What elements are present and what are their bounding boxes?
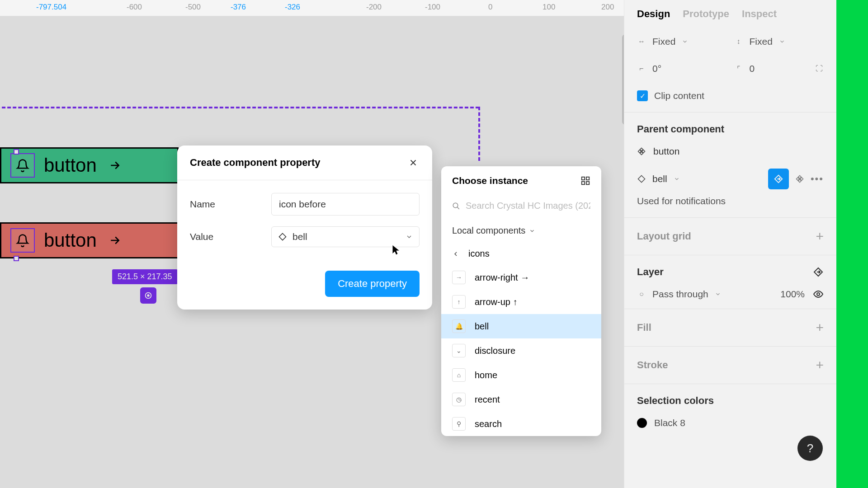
selection-colors-heading: Selection colors xyxy=(637,384,824,410)
chevron-down-icon xyxy=(715,291,721,297)
stroke-heading: Stroke xyxy=(637,359,668,371)
value-label: Value xyxy=(190,231,253,242)
grid-view-icon[interactable] xyxy=(580,176,590,186)
name-input[interactable] xyxy=(271,193,420,216)
instance-picker: Choose instance Local components icons →… xyxy=(441,166,601,436)
rotation-value: 0° xyxy=(652,63,661,74)
picker-item[interactable]: ↑arrow-up ↑ xyxy=(441,290,601,314)
horizontal-resize-icon: ↔ xyxy=(637,37,646,46)
fill-heading: Fill xyxy=(637,322,651,333)
rotation-input[interactable]: ⌐ 0° xyxy=(637,63,727,74)
component-source-label: Local components xyxy=(452,225,525,236)
picker-item-label: arrow-right → xyxy=(475,272,529,283)
svg-rect-5 xyxy=(586,182,589,184)
search-icon xyxy=(452,202,460,210)
instance-name: bell xyxy=(652,174,667,184)
tab-prototype[interactable]: Prototype xyxy=(683,8,729,20)
instance-swap-dropdown[interactable]: bell xyxy=(637,174,680,184)
ruler-tick: -326 xyxy=(285,3,300,12)
blend-mode-select[interactable]: ○ Pass through xyxy=(637,289,721,300)
value-select-text: bell xyxy=(292,231,307,242)
window-border xyxy=(836,0,868,488)
opacity-input[interactable]: 100% xyxy=(780,289,805,300)
name-label: Name xyxy=(190,199,253,210)
ruler-tick: 100 xyxy=(542,3,555,12)
ruler-tick: -600 xyxy=(127,3,142,12)
corner-radius-icon: ⌜ xyxy=(734,64,743,73)
component-thumb-icon: ⌂ xyxy=(452,368,466,382)
ruler-tick: -200 xyxy=(366,3,382,12)
diamond-icon xyxy=(637,174,646,183)
picker-item[interactable]: →arrow-right → xyxy=(441,265,601,290)
ruler-tick: -376 xyxy=(231,3,246,12)
color-swatch-icon xyxy=(637,418,647,428)
component-thumb-icon: ↑ xyxy=(452,295,466,309)
picker-item-label: bell xyxy=(475,321,489,332)
create-property-button[interactable]: Create property xyxy=(325,271,420,297)
blend-mode-value: Pass through xyxy=(652,289,708,300)
ruler-tick: -797.504 xyxy=(36,3,66,12)
svg-point-7 xyxy=(817,293,820,296)
mouse-cursor xyxy=(392,244,401,256)
tab-design[interactable]: Design xyxy=(637,8,670,20)
picker-title: Choose instance xyxy=(452,175,528,186)
close-icon xyxy=(408,158,418,168)
picker-item[interactable]: ⌄disclosure xyxy=(441,338,601,363)
parent-component-name: button xyxy=(653,146,679,157)
selection-color-item[interactable]: Black 8 xyxy=(637,410,824,436)
picker-item[interactable]: ⌂home xyxy=(441,363,601,387)
design-panel: Design Prototype Inspect ↔ Fixed ↕ Fixed… xyxy=(624,0,836,488)
instance-swap-icon xyxy=(774,174,783,184)
picker-item-label: recent xyxy=(475,394,500,405)
component-thumb-icon: ◷ xyxy=(452,393,466,406)
width-mode-select[interactable]: ↔ Fixed xyxy=(637,36,727,47)
blend-mode-icon: ○ xyxy=(637,290,646,299)
component-thumb-icon: ⌄ xyxy=(452,344,466,357)
picker-item[interactable]: ◷recent xyxy=(441,387,601,412)
add-stroke-button[interactable]: + xyxy=(816,357,824,373)
ruler[interactable]: -797.504 -600 -500 -376 -326 -200 -100 0… xyxy=(0,0,624,16)
picker-item[interactable]: ⚲search xyxy=(441,412,601,436)
layout-grid-heading: Layout grid xyxy=(637,230,691,242)
svg-rect-2 xyxy=(582,177,585,180)
add-fill-button[interactable]: + xyxy=(816,320,824,335)
svg-point-6 xyxy=(453,203,458,208)
add-layout-grid-button[interactable]: + xyxy=(816,229,824,244)
parent-component-heading: Parent component xyxy=(637,113,824,139)
picker-item-label: search xyxy=(475,419,502,429)
component-thumb-icon: 🔔 xyxy=(452,319,466,333)
tab-inspect[interactable]: Inspect xyxy=(742,8,777,20)
picker-item-label: disclosure xyxy=(475,346,515,356)
chevron-down-icon xyxy=(779,38,785,45)
parent-component-link[interactable]: button xyxy=(637,139,824,164)
angle-icon: ⌐ xyxy=(637,64,646,73)
visibility-icon[interactable] xyxy=(813,289,824,300)
picker-item[interactable]: 🔔bell xyxy=(441,314,601,338)
ruler-tick: -500 xyxy=(185,3,201,12)
more-options-icon[interactable]: ••• xyxy=(811,173,824,185)
radius-value: 0 xyxy=(750,63,755,74)
apply-instance-swap-button[interactable] xyxy=(768,169,789,189)
picker-back-button[interactable]: icons xyxy=(441,242,601,265)
svg-rect-3 xyxy=(586,177,589,180)
height-mode-value: Fixed xyxy=(750,36,773,47)
clip-content-label: Clip content xyxy=(654,90,704,101)
create-property-modal: Create component property Name Value bel… xyxy=(177,145,432,310)
independent-corners-icon[interactable]: ⛶ xyxy=(815,64,824,73)
vertical-resize-icon: ↕ xyxy=(734,37,743,46)
height-mode-select[interactable]: ↕ Fixed xyxy=(734,36,824,47)
width-mode-value: Fixed xyxy=(652,36,675,47)
component-icon[interactable] xyxy=(795,174,804,183)
radius-input[interactable]: ⌜ 0 xyxy=(734,63,755,74)
close-button[interactable] xyxy=(407,156,420,169)
component-icon xyxy=(637,147,646,156)
svg-rect-4 xyxy=(582,182,585,184)
instance-swap-icon[interactable] xyxy=(813,267,824,277)
help-button[interactable]: ? xyxy=(797,436,823,461)
component-source-dropdown[interactable]: Local components xyxy=(441,219,601,242)
chevron-left-icon xyxy=(452,250,459,258)
help-icon: ? xyxy=(807,441,813,455)
chevron-down-icon xyxy=(406,233,413,240)
clip-content-checkbox[interactable]: ✓ Clip content xyxy=(637,82,824,112)
instance-search-input[interactable] xyxy=(466,201,590,211)
